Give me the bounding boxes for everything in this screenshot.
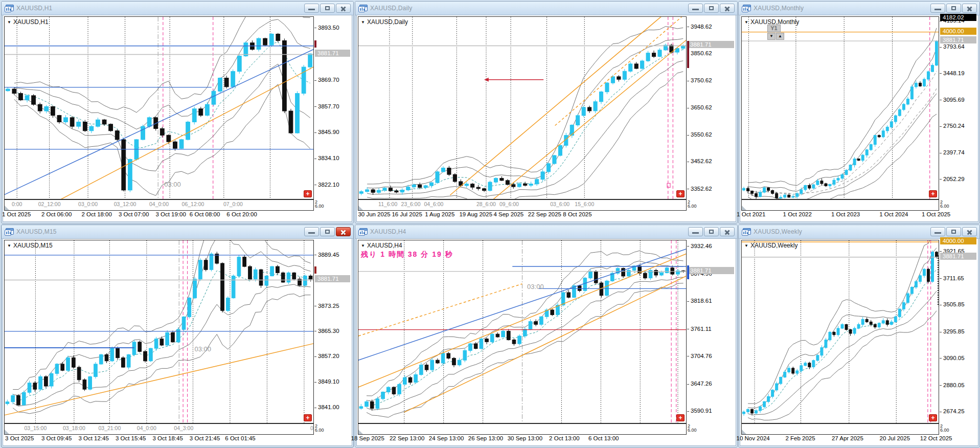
- minimize-button[interactable]: [688, 4, 703, 13]
- time-axis[interactable]: 30 Jun 202516 Jul 20251 Aug 202519 Aug 2…: [358, 211, 736, 219]
- symbol-dropdown-icon[interactable]: ▼: [361, 243, 365, 248]
- price-axis[interactable]: 3921.653711.653505.853295.853090.052880.…: [940, 240, 977, 422]
- minimize-button[interactable]: [304, 4, 319, 13]
- price-tick: 3448.19: [943, 70, 965, 76]
- maximize-button[interactable]: [320, 227, 335, 236]
- chart-plot[interactable]: ▼XAUUSD,Monthly + Y1 ▼▲: [741, 16, 939, 199]
- chart-canvas: 03:00: [5, 17, 313, 199]
- indicator-subwindow: 11_6:0023_6:0004_6:0028_6:0009_6:0003_6:…: [358, 199, 687, 211]
- time-axis[interactable]: 3 Oct 20253 Oct 09:453 Oct 12:453 Oct 15…: [4, 435, 352, 443]
- close-button[interactable]: [720, 4, 735, 13]
- time-axis[interactable]: 1 Oct 20211 Oct 20221 Oct 20231 Oct 2024…: [741, 211, 978, 219]
- pane-resize-handle[interactable]: [742, 430, 746, 434]
- symbol-dropdown-icon[interactable]: ▼: [361, 20, 365, 25]
- symbol-dropdown-icon[interactable]: ▼: [7, 243, 11, 248]
- window-titlebar[interactable]: XAUUSD,Weekly: [739, 225, 979, 239]
- price-tick: 2880.05: [943, 382, 965, 388]
- price-axis[interactable]: 4139.143793.643448.193095.692750.242397.…: [940, 16, 977, 198]
- maximize-icon: [951, 6, 956, 10]
- date-tick: 10 Nov 2024: [736, 435, 769, 441]
- current-price-box: 3881.71: [688, 267, 734, 274]
- price-tick: 3857.20: [318, 353, 339, 359]
- one-click-trading-button[interactable]: +: [929, 414, 937, 421]
- time-axis[interactable]: 18 Sep 202522 Sep 13:0024 Sep 13:0026 Se…: [358, 435, 736, 443]
- chart-plot[interactable]: ▼XAUUSD,Daily +: [358, 16, 687, 199]
- chart-plot[interactable]: 03:00 ▼XAUUSD,H4 + 残り 1 時間 38 分 19 秒: [358, 240, 687, 423]
- current-price-box: 3881.71: [940, 253, 976, 260]
- chart-canvas: [742, 17, 939, 199]
- window-titlebar[interactable]: XAUUSD,H1: [2, 2, 353, 15]
- window-controls: [304, 227, 351, 236]
- price-tick: 3352.62: [691, 186, 712, 192]
- price-axis[interactable]: 3893.503869.703857.703845.903834.103822.…: [314, 16, 351, 198]
- one-click-trading-button[interactable]: +: [676, 414, 685, 421]
- price-tick: 3849.10: [318, 378, 339, 385]
- chart-area: ▼XAUUSD,Weekly + 3921.653711.653505.8532…: [740, 238, 978, 446]
- minimize-button[interactable]: [688, 227, 703, 236]
- chart-plot[interactable]: 03:00 ▼XAUUSD,H1 +: [4, 16, 314, 199]
- pane-resize-handle[interactable]: [5, 430, 9, 434]
- close-button[interactable]: [336, 4, 351, 13]
- date-tick: 1 Oct 2024: [879, 211, 908, 217]
- pane-resize-handle[interactable]: [5, 206, 9, 210]
- price-tick: 2674.25: [943, 408, 965, 414]
- chart-window-daily: XAUUSD,Daily ▼XAUUSD,Daily + 3948.623850…: [355, 1, 738, 223]
- window-titlebar[interactable]: XAUUSD,H4: [355, 225, 737, 239]
- scale-down-button[interactable]: ▼: [767, 33, 776, 40]
- symbol-dropdown-icon[interactable]: ▼: [7, 20, 11, 25]
- price-axis[interactable]: 3932.463874.963818.613761.113704.763647.…: [687, 240, 735, 422]
- price-tick: 3857.70: [318, 103, 339, 109]
- maximize-button[interactable]: [946, 4, 961, 13]
- y1-button[interactable]: Y1: [767, 25, 781, 32]
- one-click-trading-button[interactable]: +: [304, 190, 312, 197]
- minimize-button[interactable]: [930, 4, 945, 13]
- price-tick: 3761.11: [691, 326, 712, 332]
- price-tick: 3948.62: [691, 24, 712, 30]
- pane-resize-handle[interactable]: [358, 430, 363, 434]
- one-click-trading-button[interactable]: +: [304, 414, 312, 421]
- one-click-trading-button[interactable]: +: [929, 190, 937, 197]
- symbol-dropdown-icon[interactable]: ▼: [744, 20, 748, 25]
- maximize-button[interactable]: [704, 227, 719, 236]
- price-tick: 3647.26: [691, 380, 712, 387]
- minimize-button[interactable]: [930, 227, 945, 236]
- chart-area: 03:00 ▼XAUUSD,H4 + 残り 1 時間 38 分 19 秒 393…: [356, 238, 736, 446]
- date-tick: 3 Oct 07:00: [119, 211, 149, 217]
- chart-plot[interactable]: ▼XAUUSD,Weekly +: [741, 240, 939, 423]
- window-titlebar[interactable]: XAUUSD,M15: [2, 225, 353, 239]
- close-button[interactable]: [720, 227, 735, 236]
- pane-resize-handle[interactable]: [742, 206, 746, 210]
- price-axis[interactable]: 3889.453873.253865.303857.203849.103841.…: [314, 240, 351, 422]
- price-tick: 3869.70: [318, 77, 339, 83]
- scale-up-button[interactable]: ▲: [776, 33, 784, 40]
- bar-countdown-label: 残り 1 時間 38 分 19 秒: [361, 250, 453, 259]
- time-axis[interactable]: 10 Nov 20242 Feb 202527 Apr 202520 Jul 2…: [741, 435, 978, 443]
- separator-time-label: 02_12:00: [38, 201, 61, 207]
- date-tick: 26 Sep 13:00: [468, 435, 503, 441]
- maximize-button[interactable]: [704, 4, 719, 13]
- chart-symbol-label: ▼XAUUSD,H4: [361, 242, 402, 249]
- one-click-trading-button[interactable]: +: [676, 190, 685, 197]
- window-controls: [930, 227, 977, 236]
- minimize-button[interactable]: [304, 227, 319, 236]
- pane-resize-handle[interactable]: [358, 206, 363, 210]
- chart-symbol-label: ▼XAUUSD,H1: [7, 18, 49, 26]
- price-axis[interactable]: 3948.623850.623750.623650.623550.623452.…: [687, 16, 735, 198]
- symbol-dropdown-icon[interactable]: ▼: [744, 243, 748, 248]
- maximize-button[interactable]: [320, 4, 335, 13]
- close-button[interactable]: [962, 227, 977, 236]
- time-axis[interactable]: 1 Oct 20252 Oct 06:002 Oct 18:003 Oct 07…: [4, 211, 352, 219]
- date-tick: 8 Oct 2025: [563, 211, 591, 217]
- maximize-button[interactable]: [946, 227, 961, 236]
- separator-time-label: 11_6:00: [378, 201, 397, 207]
- price-tick: 3505.85: [943, 301, 965, 307]
- close-button[interactable]: [336, 227, 351, 236]
- close-button[interactable]: [962, 4, 977, 13]
- separator-time-label: 03_6:00: [550, 201, 569, 207]
- date-tick: 2 Oct 06:00: [41, 211, 72, 217]
- indicator-subwindow: [741, 423, 939, 435]
- date-tick: 2 Feb 2025: [785, 435, 815, 441]
- window-titlebar[interactable]: XAUUSD,Daily: [355, 2, 737, 15]
- chart-plot[interactable]: 03:00 ▼XAUUSD,M15 +: [4, 240, 314, 423]
- chart-window-h4: XAUUSD,H4 03:00 ▼XAUUSD,H4 + 残り 1 時間 38 …: [355, 225, 738, 447]
